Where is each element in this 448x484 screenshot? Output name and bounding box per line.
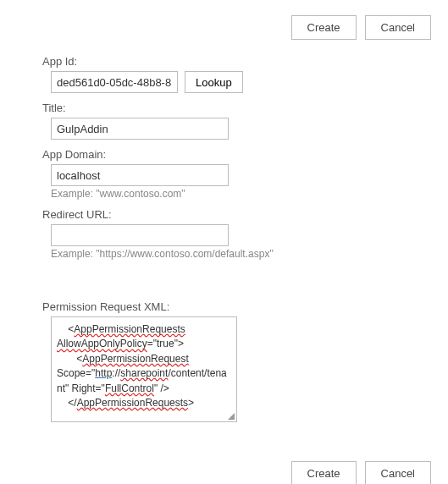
app-id-input[interactable] [51,71,178,93]
lookup-button[interactable]: Lookup [185,71,243,93]
redirect-url-example: Example: "https://www.contoso.com/defaul… [51,248,423,260]
form: App Id: Lookup Title: App Domain: Exampl… [42,55,423,422]
redirect-url-label: Redirect URL: [42,208,423,221]
top-button-row: Create Cancel [8,15,440,40]
app-id-label: App Id: [42,55,423,68]
xml-scope-sharepoint: sharepoint [120,367,168,379]
permission-xml-textarea[interactable]: <AppPermissionRequests AllowAppOnlyPolic… [51,316,237,422]
xml-allow-attr: AllowAppOnlyPolicy [57,338,147,349]
cancel-button-bottom[interactable]: Cancel [365,461,431,484]
app-domain-input[interactable] [51,164,229,186]
xml-scope-http: http [95,367,112,379]
app-domain-example: Example: "www.contoso.com" [51,188,423,200]
cancel-button[interactable]: Cancel [365,15,431,40]
xml-request-tag: AppPermissionRequest [82,353,188,365]
app-domain-label: App Domain: [42,148,423,161]
title-label: Title: [42,102,423,114]
resize-handle-icon[interactable] [228,413,235,420]
create-button[interactable]: Create [291,15,357,40]
permission-xml-label: Permission Request XML: [42,300,423,313]
xml-fullcontrol: FullControl [105,382,154,394]
bottom-button-row: Create Cancel [8,461,440,484]
xml-close-tag: AppPermissionRequests [77,397,188,409]
redirect-url-input[interactable] [51,224,229,246]
xml-open-tag: AppPermissionRequests [74,323,185,335]
create-button-bottom[interactable]: Create [291,461,357,484]
title-input[interactable] [51,118,229,140]
